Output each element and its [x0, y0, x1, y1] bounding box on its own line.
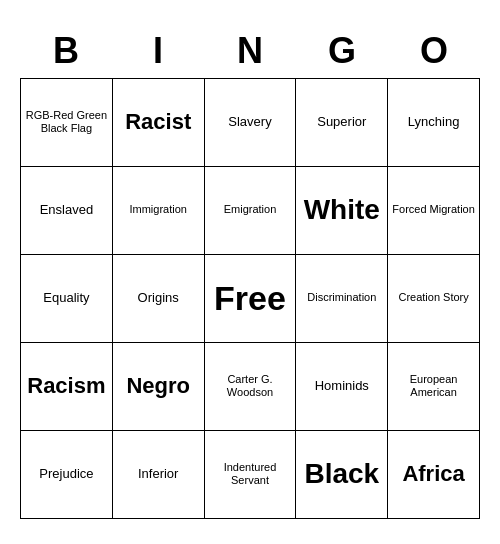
- bingo-cell: White: [296, 167, 388, 255]
- bingo-cell: Africa: [388, 431, 480, 519]
- cell-text: European American: [391, 373, 476, 399]
- cell-text: White: [304, 193, 380, 227]
- header-letter: G: [296, 26, 388, 76]
- bingo-cell: Emigration: [205, 167, 297, 255]
- cell-text: Enslaved: [40, 202, 93, 218]
- header-letter: N: [204, 26, 296, 76]
- bingo-cell: European American: [388, 343, 480, 431]
- bingo-cell: Inferior: [113, 431, 205, 519]
- bingo-cell: Indentured Servant: [205, 431, 297, 519]
- cell-text: Immigration: [129, 203, 186, 216]
- bingo-cell: Free: [205, 255, 297, 343]
- bingo-cell: Forced Migration: [388, 167, 480, 255]
- bingo-cell: Negro: [113, 343, 205, 431]
- bingo-card: BINGO RGB-Red Green Black FlagRacistSlav…: [10, 16, 490, 529]
- bingo-grid: RGB-Red Green Black FlagRacistSlaverySup…: [20, 78, 480, 519]
- cell-text: Discrimination: [307, 291, 376, 304]
- header-letter: I: [112, 26, 204, 76]
- cell-text: Forced Migration: [392, 203, 475, 216]
- cell-text: Indentured Servant: [208, 461, 293, 487]
- cell-text: Free: [214, 278, 286, 319]
- cell-text: Black: [304, 457, 379, 491]
- bingo-cell: Lynching: [388, 79, 480, 167]
- bingo-cell: Immigration: [113, 167, 205, 255]
- cell-text: Equality: [43, 290, 89, 306]
- bingo-cell: Hominids: [296, 343, 388, 431]
- cell-text: Negro: [126, 373, 190, 399]
- cell-text: Slavery: [228, 114, 271, 130]
- bingo-cell: Discrimination: [296, 255, 388, 343]
- bingo-cell: Creation Story: [388, 255, 480, 343]
- bingo-cell: Carter G. Woodson: [205, 343, 297, 431]
- cell-text: Superior: [317, 114, 366, 130]
- cell-text: Racism: [27, 373, 105, 399]
- bingo-cell: Slavery: [205, 79, 297, 167]
- bingo-cell: Racist: [113, 79, 205, 167]
- bingo-cell: Superior: [296, 79, 388, 167]
- cell-text: Prejudice: [39, 466, 93, 482]
- bingo-cell: Enslaved: [21, 167, 113, 255]
- cell-text: RGB-Red Green Black Flag: [24, 109, 109, 135]
- cell-text: Lynching: [408, 114, 460, 130]
- bingo-cell: Prejudice: [21, 431, 113, 519]
- bingo-header: BINGO: [20, 26, 480, 76]
- bingo-cell: Origins: [113, 255, 205, 343]
- bingo-cell: RGB-Red Green Black Flag: [21, 79, 113, 167]
- cell-text: Carter G. Woodson: [208, 373, 293, 399]
- cell-text: Racist: [125, 109, 191, 135]
- bingo-cell: Racism: [21, 343, 113, 431]
- cell-text: Emigration: [224, 203, 277, 216]
- cell-text: Hominids: [315, 378, 369, 394]
- cell-text: Inferior: [138, 466, 178, 482]
- header-letter: O: [388, 26, 480, 76]
- cell-text: Origins: [138, 290, 179, 306]
- bingo-cell: Black: [296, 431, 388, 519]
- bingo-cell: Equality: [21, 255, 113, 343]
- cell-text: Creation Story: [398, 291, 468, 304]
- cell-text: Africa: [402, 461, 464, 487]
- header-letter: B: [20, 26, 112, 76]
